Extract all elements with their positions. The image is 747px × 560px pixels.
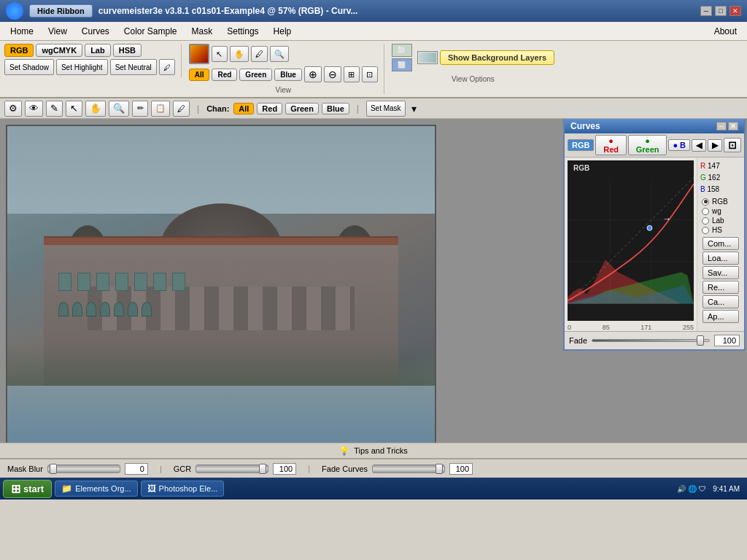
system-tray: 🔊 🌐 🛡 9:41 AM xyxy=(677,485,740,493)
gcr-thumb[interactable] xyxy=(259,464,266,474)
menu-mask[interactable]: Mask xyxy=(185,24,220,39)
cursor-tool[interactable]: ↖ xyxy=(212,46,228,62)
secondary-tool-5[interactable]: ✋ xyxy=(85,101,106,117)
start-button[interactable]: ⊞ start xyxy=(3,480,52,498)
mask-blur-label: Mask Blur xyxy=(7,464,43,473)
cancel-button[interactable]: Ca... xyxy=(703,295,739,308)
lab-radio-option[interactable]: Lab xyxy=(699,216,743,225)
curve-axis: 0 85 171 255 xyxy=(565,324,697,331)
svg-point-8 xyxy=(647,225,652,230)
show-background-layers-button[interactable]: Show Background Layers xyxy=(440,50,554,65)
close-button[interactable]: ✕ xyxy=(729,6,741,16)
chan-blue-button[interactable]: Blue xyxy=(322,103,349,114)
fade-curves-value[interactable]: 100 xyxy=(449,463,473,475)
curves-red-button[interactable]: ● Red xyxy=(595,135,626,155)
secondary-tool-3[interactable]: ✎ xyxy=(46,101,63,117)
curves-scroll-left[interactable]: ◀ xyxy=(692,139,706,152)
menu-help[interactable]: Help xyxy=(266,24,299,39)
gcr-group: GCR 100 xyxy=(174,463,296,475)
view-blue-button[interactable]: Blue xyxy=(274,69,302,81)
curves-minimize-btn[interactable]: ─ xyxy=(716,122,727,131)
curves-close-btn[interactable]: ✕ xyxy=(728,122,738,131)
pipette-button[interactable]: 🖊 xyxy=(159,59,175,75)
menu-bar: Home View Curves Color Sample Mask Setti… xyxy=(0,22,747,41)
rgb-tab-button[interactable]: RGB xyxy=(4,44,34,57)
set-neutral-button[interactable]: Set Neutral xyxy=(110,59,157,75)
secondary-tool-4[interactable]: ↖ xyxy=(66,101,82,117)
curve-chart[interactable]: RGB xyxy=(568,160,694,321)
curves-green-button[interactable]: ● Green xyxy=(628,135,667,155)
secondary-tool-1[interactable]: ⚙ xyxy=(4,101,22,117)
set-mask-button[interactable]: Set Mask xyxy=(366,101,406,117)
minimize-button[interactable]: ─ xyxy=(700,6,712,16)
fade-curves-thumb[interactable] xyxy=(436,464,443,474)
mask-dropdown-icon[interactable]: ▾ xyxy=(411,103,417,114)
menu-home[interactable]: Home xyxy=(3,24,41,39)
hsb-tab-button[interactable]: HSB xyxy=(113,44,142,57)
taskbar-elements-org[interactable]: 📁 Elements Org... xyxy=(55,481,137,497)
fit-button[interactable]: ⊞ xyxy=(344,66,360,82)
set-shadow-button[interactable]: Set Shadow xyxy=(4,59,54,75)
hs-radio-option[interactable]: HS xyxy=(699,225,743,235)
curves-rgb-button[interactable]: RGB xyxy=(568,139,594,151)
g-label: G xyxy=(700,174,706,182)
gcr-slider[interactable] xyxy=(196,464,268,473)
lab-tab-button[interactable]: Lab xyxy=(85,44,111,57)
layer-preview-inner xyxy=(419,52,436,63)
fade-slider-container[interactable] xyxy=(592,335,710,346)
fade-thumb[interactable] xyxy=(697,335,704,346)
secondary-tool-6[interactable]: 🔍 xyxy=(109,101,129,117)
chan-all-button[interactable]: All xyxy=(233,103,254,114)
curves-expand-button[interactable]: ⊡ xyxy=(724,138,741,152)
wgcmyk-tab-button[interactable]: wgCMYK xyxy=(36,44,82,57)
view-green-button[interactable]: Green xyxy=(239,69,272,81)
actual-size-button[interactable]: ⊡ xyxy=(362,66,378,82)
menu-about[interactable]: About xyxy=(707,24,744,39)
color-sample-swatch[interactable] xyxy=(189,44,209,64)
restore-button[interactable]: □ xyxy=(715,6,727,16)
gcr-value[interactable]: 100 xyxy=(273,463,296,475)
view-all-button[interactable]: All xyxy=(189,69,210,81)
taskbar-photoshop[interactable]: 🖼 Photoshop Ele... xyxy=(141,481,225,497)
curves-scroll-right[interactable]: ▶ xyxy=(708,139,722,152)
wg-radio-option[interactable]: wg xyxy=(699,206,743,216)
bg-layers-row: ⬜ ⬜ Show Background Layers xyxy=(392,44,554,71)
menu-view[interactable]: View xyxy=(41,24,74,39)
chan-red-button[interactable]: Red xyxy=(257,103,282,114)
rgb-radio-option[interactable]: RGB xyxy=(699,197,743,206)
set-highlight-button[interactable]: Set Highlight xyxy=(56,59,108,75)
mask-blur-slider[interactable] xyxy=(47,464,120,473)
menu-color-sample[interactable]: Color Sample xyxy=(117,24,185,39)
layer-icons: ⬜ ⬜ xyxy=(392,44,412,71)
mask-blur-value[interactable]: 0 xyxy=(125,463,148,475)
load-button[interactable]: Loa... xyxy=(703,252,739,265)
zoom-out-button[interactable]: ⊖ xyxy=(324,66,341,82)
curves-panel: Curves ─ ✕ RGB ● Red ● Green ● B ◀ ▶ ⊡ R… xyxy=(563,119,746,351)
fade-value[interactable]: 100 xyxy=(714,335,740,346)
secondary-tool-8[interactable]: 📋 xyxy=(151,101,170,117)
secondary-tool-9[interactable]: 🖊 xyxy=(173,101,190,117)
hand-tool[interactable]: ✋ xyxy=(230,46,249,62)
ribbon-view-section: ↖ ✋ 🖊 🔍 All Red Green Blue ⊕ ⊖ ⊞ ⊡ View xyxy=(189,44,384,94)
hide-ribbon-button[interactable]: Hide Ribbon xyxy=(29,4,93,18)
r-value: 147 xyxy=(708,162,720,170)
ribbon-channel-section: RGB wgCMYK Lab HSB Set Shadow Set Highli… xyxy=(4,44,182,77)
eyedropper-tool[interactable]: 🖊 xyxy=(251,46,268,62)
chan-green-button[interactable]: Green xyxy=(285,103,319,114)
photoshop-icon: 🖼 xyxy=(147,483,156,494)
comp-button[interactable]: Com... xyxy=(703,237,739,250)
view-red-button[interactable]: Red xyxy=(212,69,237,81)
fade-curves-slider[interactable] xyxy=(372,464,445,473)
zoom-in-button[interactable]: ⊕ xyxy=(304,66,322,82)
mask-blur-thumb[interactable] xyxy=(50,464,57,474)
menu-curves[interactable]: Curves xyxy=(74,24,117,39)
secondary-tool-2[interactable]: 👁 xyxy=(25,101,43,117)
zoom-tool[interactable]: 🔍 xyxy=(270,46,289,62)
apply-button[interactable]: Ap... xyxy=(703,310,739,323)
secondary-tool-7[interactable]: ✏ xyxy=(132,101,148,117)
reset-button[interactable]: Re... xyxy=(703,281,739,294)
menu-settings[interactable]: Settings xyxy=(220,24,266,39)
save-button[interactable]: Sav... xyxy=(703,266,739,279)
curves-blue-button[interactable]: ● B xyxy=(668,139,690,151)
radio-options: RGB wg Lab HS xyxy=(699,197,743,235)
